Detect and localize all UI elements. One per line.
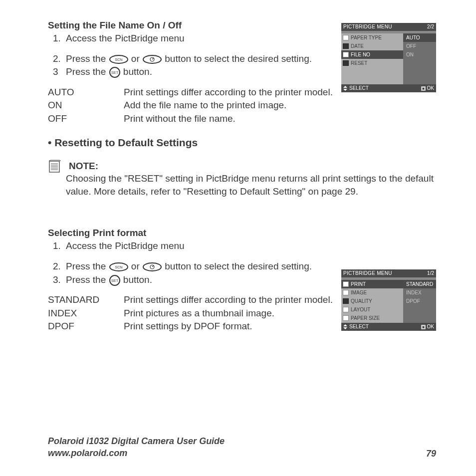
menu-value-on: ON [403, 50, 436, 59]
step2-1: 1. Access the PictBridge menu [66, 239, 317, 253]
heading-print-format: Selecting Print format [48, 228, 317, 238]
menu-title: PICTBRIDGE MENU [343, 24, 427, 29]
menu-select-label: SELECT [349, 86, 369, 91]
step-3: 3 Press the SET button. [66, 65, 317, 79]
svg-text:SCN: SCN [115, 265, 122, 269]
svg-text:SCN: SCN [115, 58, 122, 61]
menu-item-date: DATE [341, 42, 403, 50]
section-file-name: Setting the File Name On / Off 1. Access… [48, 20, 317, 79]
heading-reset: • Resetting to Default Settings [48, 137, 436, 149]
menu-item-paper-type: PAPER TYPE [341, 33, 403, 42]
menu-item-reset: RESET [341, 59, 403, 67]
note-body: Choosing the "RESET" setting in PictBrid… [66, 173, 434, 197]
set-button-icon: SET [109, 274, 121, 286]
note-block: NOTE: Choosing the "RESET" setting in Pi… [48, 160, 436, 198]
timer-button-icon [142, 54, 162, 64]
menu-ok-label: OK [427, 85, 434, 91]
section-print-format: Selecting Print format 1. Access the Pic… [48, 228, 317, 286]
footer-url: www.polaroid.com [48, 448, 225, 459]
menu-item-paper-size: PAPER SIZE [341, 314, 403, 322]
page-footer: Polaroid i1032 Digital Camera User Guide… [48, 436, 436, 459]
updown-arrow-icon [343, 324, 347, 329]
menu-select-label: SELECT [349, 324, 369, 329]
svg-text:SET: SET [111, 278, 118, 283]
note-icon [48, 160, 61, 198]
note-label: NOTE: [69, 161, 98, 171]
menu-value-standard: STANDARD [403, 280, 436, 288]
page: Setting the File Name On / Off 1. Access… [0, 0, 476, 476]
menu-item-image: IMAGE [341, 288, 403, 297]
page-number: 79 [426, 449, 436, 459]
menu-page: 2/2 [427, 24, 434, 29]
menu-page: 1/2 [427, 271, 434, 276]
menu-item-quality: QUALITY [341, 297, 403, 305]
timer-button-icon [142, 262, 162, 272]
def-off: OFF Print without the file name. [48, 112, 436, 126]
menu-title: PICTBRIDGE MENU [343, 271, 427, 276]
menu-value-index: INDEX [403, 288, 436, 297]
menu-value-off: OFF [403, 42, 436, 50]
step2-3: 3. Press the SET button. [66, 273, 317, 287]
menu-value-auto: AUTO [403, 33, 436, 42]
menu-item-layout: LAYOUT [341, 305, 403, 314]
step2-2: 2. Press the SCN or [66, 260, 317, 273]
ok-badge-icon: ■ [421, 86, 425, 91]
menu-value-dpof: DPOF [403, 297, 436, 305]
scn-button-icon: SCN [109, 54, 129, 64]
step-2: 2. Press the SCN or [66, 52, 317, 66]
step-1: 1. Access the PictBridge menu [66, 32, 317, 45]
menu-ok-label: OK [427, 324, 434, 329]
pictbridge-menu-1: PICTBRIDGE MENU 1/2 PRINT IMAGE QUALITY … [341, 269, 436, 331]
updown-arrow-icon [343, 86, 347, 91]
footer-title: Polaroid i1032 Digital Camera User Guide [48, 436, 225, 447]
svg-text:SET: SET [111, 70, 118, 75]
set-button-icon: SET [109, 66, 121, 78]
def-on: ON Add the file name to the printed imag… [48, 99, 436, 112]
menu-item-print: PRINT [341, 280, 403, 288]
menu-item-file-no: FILE NO [341, 50, 403, 59]
scn-button-icon: SCN [109, 262, 129, 272]
heading-file-name: Setting the File Name On / Off [48, 20, 317, 31]
ok-badge-icon: ■ [421, 325, 425, 329]
pictbridge-menu-2: PICTBRIDGE MENU 2/2 PAPER TYPE DATE FILE… [341, 23, 436, 92]
